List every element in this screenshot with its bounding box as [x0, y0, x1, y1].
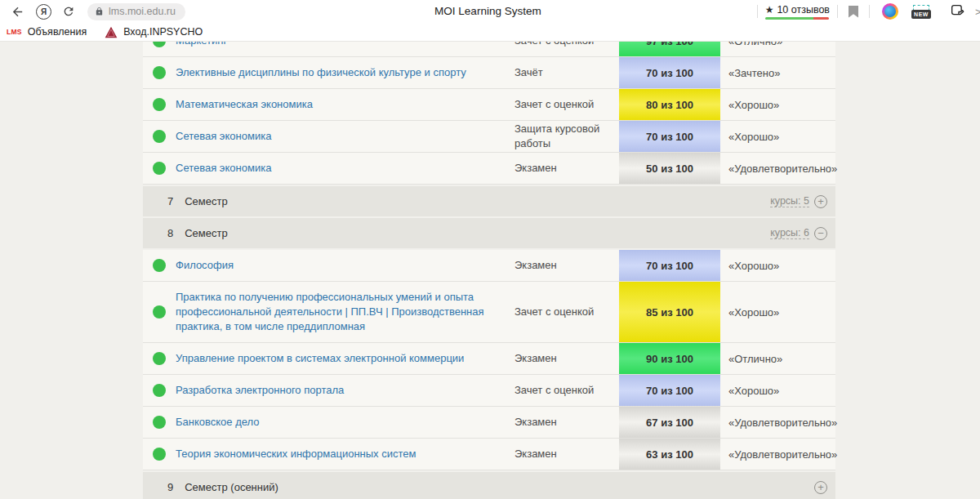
- grade-text: «Отлично»: [720, 353, 835, 365]
- semester-row: 8 Семестр курсы: 6 −: [143, 218, 835, 248]
- exam-type-text: Зачёт: [514, 65, 619, 80]
- status-dot-icon: [143, 384, 176, 397]
- status-dot-icon: [143, 66, 176, 79]
- bookmark-item-inpsycho[interactable]: Вход.INPSYCHO: [105, 26, 203, 38]
- score-cell: 70 из 100: [619, 375, 720, 406]
- score-cell: 70 из 100: [619, 121, 720, 152]
- status-dot-icon: [143, 259, 176, 272]
- back-arrow-icon: [11, 5, 24, 19]
- course-link[interactable]: Математическая экономика: [176, 89, 514, 120]
- courses-count-link[interactable]: курсы: 6: [770, 227, 809, 239]
- semester-label: Семестр: [185, 195, 227, 207]
- status-dot-icon: [143, 448, 176, 461]
- reviews-count: 10 отзывов: [777, 4, 830, 16]
- divider: [869, 5, 870, 18]
- status-dot-icon: [143, 352, 176, 365]
- exam-type-text: Экзамен: [514, 258, 619, 273]
- bookmark-flag-icon[interactable]: [849, 6, 858, 18]
- semester-number: 7: [167, 195, 173, 207]
- course-link[interactable]: Практика по получению профессиональных у…: [176, 282, 514, 342]
- course-row: Сетевая экономика Защита курсовой работы…: [143, 121, 835, 153]
- course-row: Управление проектом в системах электронн…: [143, 343, 835, 375]
- divider: [837, 5, 838, 18]
- yandex-browser-icon[interactable]: Я: [36, 4, 51, 20]
- expand-toggle-icon[interactable]: +: [814, 195, 827, 208]
- status-dot-icon: [143, 416, 176, 429]
- star-icon: ★: [765, 4, 774, 16]
- score-cell: 50 из 100: [619, 153, 720, 184]
- course-link[interactable]: Управление проектом в системах электронн…: [176, 343, 514, 374]
- divider: [757, 5, 758, 18]
- semester-row: 9 Семестр (осенний) +: [143, 472, 835, 499]
- new-feature-icon[interactable]: NEW: [911, 5, 931, 19]
- refresh-icon: [62, 5, 75, 18]
- course-link[interactable]: Философия: [176, 250, 514, 281]
- site-reviews[interactable]: ★ 10 отзывов: [765, 4, 830, 20]
- semester-label: Семестр (осенний): [185, 481, 278, 493]
- score-cell: 67 из 100: [619, 407, 720, 438]
- grade-text: «Зачтено»: [720, 67, 835, 79]
- exam-type-text: Зачет с оценкой: [514, 42, 619, 48]
- refresh-button[interactable]: [58, 2, 79, 21]
- overflow-chevron-icon[interactable]: >: [975, 6, 980, 18]
- course-row: Маркетинг Зачет с оценкой 97 из 100 «Отл…: [143, 42, 835, 57]
- course-row: Философия Экзамен 70 из 100 «Хорошо»: [143, 250, 835, 282]
- page-title: MOI Learning System: [434, 5, 541, 17]
- score-cell: 97 из 100: [619, 42, 720, 56]
- grade-text: «Удовлетворительно»: [720, 448, 835, 461]
- course-row: Элективные дисциплины по физической куль…: [143, 57, 835, 89]
- expand-toggle-icon[interactable]: −: [814, 227, 827, 240]
- course-row: Практика по получению профессиональных у…: [143, 282, 835, 343]
- grade-text: «Хорошо»: [720, 306, 835, 319]
- score-cell: 90 из 100: [619, 343, 720, 374]
- address-bar[interactable]: lms.moi.edu.ru: [87, 3, 185, 20]
- score-cell: 70 из 100: [619, 250, 720, 281]
- course-link[interactable]: Сетевая экономика: [176, 121, 514, 152]
- grade-text: «Хорошо»: [720, 99, 835, 111]
- exam-type-text: Зачет с оценкой: [514, 97, 619, 112]
- exam-type-text: Защита курсовой работы: [514, 122, 619, 151]
- course-link[interactable]: Сетевая экономика: [176, 153, 514, 184]
- grade-text: «Хорошо»: [720, 131, 835, 143]
- extension-disc-icon[interactable]: [882, 3, 898, 20]
- browser-window: Я lms.moi.edu.ru MOI Learning System ★ 1…: [0, 0, 980, 499]
- lock-icon: [95, 7, 104, 16]
- course-row: Теория экономических информационных сист…: [143, 439, 835, 470]
- expand-toggle-icon[interactable]: +: [814, 481, 827, 494]
- exam-type-text: Экзамен: [514, 415, 619, 430]
- course-link[interactable]: Разработка электронного портала: [176, 375, 514, 406]
- results-table: Маркетинг Зачет с оценкой 97 из 100 «Отл…: [143, 42, 835, 499]
- exam-type-text: Экзамен: [514, 351, 619, 366]
- collections-glove-icon[interactable]: [949, 2, 965, 21]
- grade-text: «Удовлетворительно»: [720, 163, 835, 175]
- status-dot-icon: [143, 98, 176, 111]
- status-dot-icon: [143, 42, 176, 47]
- course-row: Банковское дело Экзамен 67 из 100 «Удовл…: [143, 407, 835, 439]
- bookmark-item-announcements[interactable]: LMS Объявления: [7, 26, 87, 38]
- semester-row: 7 Семестр курсы: 5 +: [143, 186, 835, 216]
- score-cell: 70 из 100: [619, 57, 720, 88]
- course-link[interactable]: Маркетинг: [176, 42, 514, 56]
- semester-number: 8: [167, 227, 173, 239]
- exam-type-text: Зачет с оценкой: [514, 383, 619, 398]
- course-row: Разработка электронного портала Зачет с …: [143, 375, 835, 407]
- grade-text: «Хорошо»: [720, 260, 835, 272]
- course-link[interactable]: Банковское дело: [176, 407, 514, 438]
- courses-count-link[interactable]: курсы: 5: [770, 195, 809, 207]
- browser-toolbar: Я lms.moi.edu.ru MOI Learning System ★ 1…: [0, 0, 980, 23]
- exam-type-text: Экзамен: [514, 447, 619, 461]
- score-cell: 85 из 100: [619, 282, 720, 342]
- course-link[interactable]: Элективные дисциплины по физической куль…: [176, 57, 514, 88]
- bookmarks-bar: LMS Объявления Вход.INPSYCHO: [0, 23, 980, 42]
- exam-type-text: Экзамен: [514, 161, 619, 176]
- back-button[interactable]: [7, 2, 28, 21]
- course-link[interactable]: Теория экономических информационных сист…: [176, 439, 514, 470]
- score-cell: 80 из 100: [619, 89, 720, 120]
- course-row: Сетевая экономика Экзамен 50 из 100 «Удо…: [143, 153, 835, 185]
- status-dot-icon: [143, 130, 176, 143]
- rating-bar: [765, 17, 829, 20]
- lms-favicon: LMS: [7, 28, 22, 36]
- grade-text: «Отлично»: [720, 42, 835, 47]
- page-content: Маркетинг Зачет с оценкой 97 из 100 «Отл…: [0, 42, 980, 499]
- url-text: lms.moi.edu.ru: [109, 6, 176, 17]
